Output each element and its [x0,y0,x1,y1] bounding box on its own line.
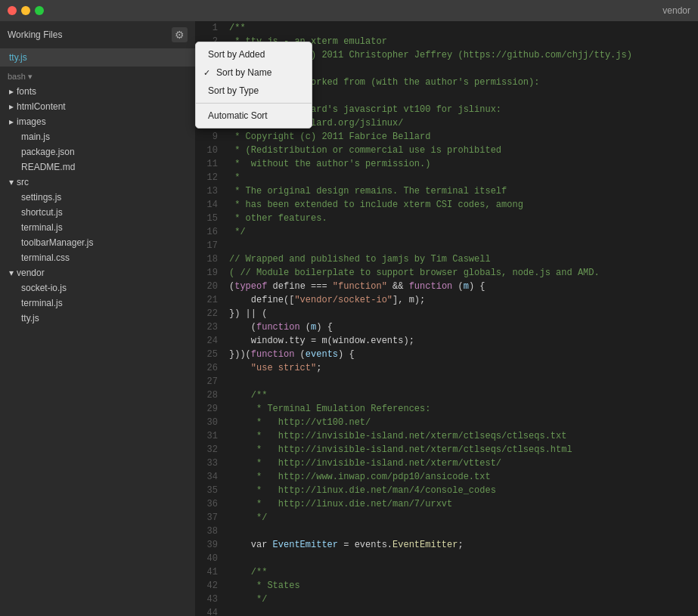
table-row: 25}))(function (events) { [195,348,698,361]
table-row: 34 * http://www.inwap.com/pdp10/ansicode… [195,470,698,484]
line-code: window.tty = m(window.events); [225,334,698,348]
sort-by-name[interactable]: Sort by Name [196,63,312,82]
close-button[interactable] [8,6,17,15]
table-row: 12 * [195,171,698,184]
gear-button[interactable]: ⚙ [172,27,188,42]
line-code [225,375,698,388]
automatic-sort[interactable]: Automatic Sort [196,107,312,125]
line-number: 22 [195,307,225,320]
line-number: 39 [195,538,225,552]
sidebar-item-vendor[interactable]: ▾ vendor [0,265,195,280]
file-label: terminal.js [21,222,63,233]
line-code [225,606,698,616]
sidebar-item-tty-js[interactable]: tty.js [0,311,195,326]
sidebar-header: Working Files ⚙ [0,21,195,48]
table-row: 31 * http://invisible-island.net/xterm/c… [195,429,698,443]
minimize-button[interactable] [21,6,30,15]
line-code: * http://invisible-island.net/xterm/vtte… [225,457,698,470]
table-row: 26 "use strict"; [195,361,698,375]
table-row: 32 * http://invisible-island.net/xterm/c… [195,443,698,457]
line-number: 26 [195,361,225,375]
sidebar-item-terminal-css[interactable]: terminal.css [0,250,195,265]
line-number: 32 [195,443,225,457]
sidebar-item-readme[interactable]: README.md [0,159,195,175]
line-number: 33 [195,457,225,470]
sort-by-added[interactable]: Sort by Added [196,45,312,63]
line-code: /** [225,21,698,35]
line-code: }))(function (events) { [225,348,698,361]
table-row: 37 */ [195,511,698,525]
line-code: /** [225,565,698,579]
bash-label: bash ▾ [8,72,33,82]
table-row: 19( // Module boilerplate to support bro… [195,266,698,280]
table-row: 40 [195,552,698,565]
line-number: 10 [195,144,225,157]
sidebar-item-terminal-js-vendor[interactable]: terminal.js [0,296,195,311]
sort-name-label: Sort by Name [216,67,271,78]
file-label: socket-io.js [21,283,67,293]
line-number: 42 [195,579,225,593]
sidebar-item-settings-js[interactable]: settings.js [0,190,195,205]
table-row: 41 /** [195,565,698,579]
maximize-button[interactable] [35,6,44,15]
sidebar-item-src[interactable]: ▾ src [0,175,195,190]
sidebar-item-fonts[interactable]: ▸ fonts [0,84,195,99]
line-code: * without the author's permission.) [225,157,698,171]
line-number: 18 [195,252,225,266]
folder-label: src [17,177,29,187]
line-code: * (Redistribution or commercial use is p… [225,144,698,157]
line-number: 19 [195,266,225,280]
sidebar-item-htmlcontent[interactable]: ▸ htmlContent [0,99,195,114]
table-row: 18// Wrapped and published to jamjs by T… [195,252,698,266]
automatic-sort-label: Automatic Sort [208,110,268,121]
line-code: }) || ( [225,307,698,320]
table-row: 13 * The original design remains. The te… [195,184,698,198]
sidebar-item-shortcut-js[interactable]: shortcut.js [0,205,195,220]
line-code [225,552,698,565]
table-row: 9 * Copyright (c) 2011 Fabrice Bellard [195,130,698,144]
window-title: vendor [662,5,690,16]
sort-type-label: Sort by Type [208,85,259,96]
sort-by-type[interactable]: Sort by Type [196,82,312,100]
table-row: 27 [195,375,698,388]
sidebar-item-terminal-js-src[interactable]: terminal.js [0,220,195,235]
line-number: 43 [195,593,225,606]
folder-icon: ▸ [9,101,14,112]
line-number: 11 [195,157,225,171]
line-code: * [225,171,698,184]
file-label: main.js [21,132,50,142]
line-code: ( // Module boilerplate to support brows… [225,266,698,280]
line-code: * Terminal Emulation References: [225,402,698,416]
active-file-label: tty.js [9,52,27,63]
line-code: (function (m) { [225,320,698,334]
sidebar-item-main-js[interactable]: main.js [0,129,195,144]
line-number: 1 [195,21,225,35]
sort-dropdown: Sort by Added Sort by Name Sort by Type … [195,42,312,128]
sidebar: Working Files ⚙ tty.js bash ▾ ▸ fonts ▸ … [0,21,195,616]
folder-label: vendor [17,268,45,278]
line-number: 34 [195,470,225,484]
active-file-tab[interactable]: tty.js [0,48,195,67]
line-code: * other features. [225,212,698,225]
bash-group[interactable]: bash ▾ [0,70,195,84]
sidebar-item-package-json[interactable]: package.json [0,144,195,159]
line-code: * http://invisible-island.net/xterm/ctls… [225,429,698,443]
file-label: settings.js [21,192,61,203]
line-code: "use strict"; [225,361,698,375]
sidebar-item-images[interactable]: ▸ images [0,114,195,129]
titlebar: vendor [0,0,698,21]
sidebar-item-toolbarmanager[interactable]: toolbarManager.js [0,235,195,250]
line-number: 17 [195,239,225,252]
line-code: /** [225,388,698,402]
table-row: 24 window.tty = m(window.events); [195,334,698,348]
line-number: 21 [195,293,225,307]
folder-label: htmlContent [17,101,66,112]
line-code: // Wrapped and published to jamjs by Tim… [225,252,698,266]
folder-icon: ▸ [9,116,14,127]
table-row: 21 define(["vendor/socket-io"], m); [195,293,698,307]
window-controls [8,6,44,15]
line-number: 25 [195,348,225,361]
sidebar-item-socket-io[interactable]: socket-io.js [0,280,195,296]
main-content: Working Files ⚙ tty.js bash ▾ ▸ fonts ▸ … [0,21,698,616]
line-code: var EventEmitter = events.EventEmitter; [225,538,698,552]
